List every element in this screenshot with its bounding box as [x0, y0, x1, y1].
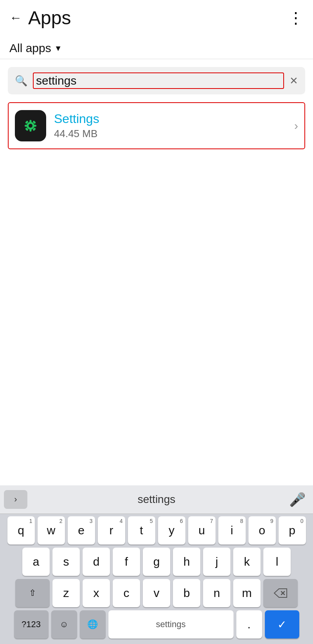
search-bar: 🔍 settings ✕ — [8, 67, 305, 94]
microphone-icon: 🎤 — [289, 492, 306, 507]
app-icon-settings — [15, 110, 46, 141]
key-t[interactable]: 5t — [128, 516, 155, 545]
key-h[interactable]: h — [173, 548, 200, 576]
filter-label: All apps — [9, 42, 51, 55]
app-name-settings: Settings — [54, 112, 286, 126]
keyboard-suggestion-bar: › settings 🎤 — [0, 485, 313, 514]
suggestion-expand-button[interactable]: › — [4, 490, 27, 509]
svg-point-1 — [29, 124, 32, 128]
key-o[interactable]: 9o — [248, 516, 276, 545]
app-list: Settings 44.45 MB › — [8, 102, 305, 149]
space-key[interactable]: settings — [108, 610, 234, 639]
app-info-settings: Settings 44.45 MB — [54, 112, 286, 140]
settings-gear-svg — [21, 116, 40, 136]
period-key[interactable]: . — [236, 610, 262, 639]
key-u[interactable]: 7u — [188, 516, 216, 545]
key-row-1: 1q 2w 3e 4r 5t 6y 7u 8i 9o 0p — [2, 516, 311, 545]
emoji-key[interactable]: ☺ — [51, 610, 77, 639]
key-j[interactable]: j — [203, 548, 230, 576]
keyboard: › settings 🎤 1q 2w 3e 4r 5t 6y 7u 8i 9o … — [0, 485, 313, 644]
key-f[interactable]: f — [113, 548, 140, 576]
key-z[interactable]: z — [52, 579, 80, 607]
key-y[interactable]: 6y — [158, 516, 185, 545]
language-key[interactable]: 🌐 — [80, 610, 106, 639]
app-chevron-icon: › — [294, 119, 298, 132]
key-m[interactable]: m — [233, 579, 261, 607]
suggestion-word[interactable]: settings — [31, 493, 282, 506]
key-a[interactable]: a — [22, 548, 50, 576]
search-input-text: settings — [36, 74, 76, 87]
key-b[interactable]: b — [173, 579, 200, 607]
backspace-key[interactable] — [263, 579, 298, 607]
svg-rect-4 — [25, 125, 28, 127]
key-s[interactable]: s — [52, 548, 80, 576]
key-w[interactable]: 2w — [38, 516, 65, 545]
key-e[interactable]: 3e — [68, 516, 95, 545]
top-bar: ← Apps — [0, 0, 313, 35]
filter-row[interactable]: All apps ▼ — [0, 35, 313, 59]
key-k[interactable]: k — [233, 548, 261, 576]
clear-search-button[interactable]: ✕ — [290, 75, 298, 87]
key-p[interactable]: 0p — [279, 516, 306, 545]
keyboard-rows: 1q 2w 3e 4r 5t 6y 7u 8i 9o 0p a s d f g … — [0, 514, 313, 640]
search-input-box[interactable]: settings — [33, 72, 284, 89]
key-d[interactable]: d — [83, 548, 110, 576]
page-title: Apps — [28, 7, 71, 29]
key-i[interactable]: 8i — [218, 516, 246, 545]
key-row-4: ?123 ☺ 🌐 settings . ✓ — [2, 610, 311, 639]
key-row-2: a s d f g h j k l — [2, 548, 311, 576]
search-icon: 🔍 — [15, 75, 27, 87]
svg-rect-2 — [30, 120, 32, 123]
symbols-key[interactable]: ?123 — [14, 610, 49, 639]
key-l[interactable]: l — [263, 548, 291, 576]
key-q[interactable]: 1q — [7, 516, 35, 545]
key-n[interactable]: n — [203, 579, 230, 607]
microphone-button[interactable]: 🎤 — [286, 490, 309, 509]
shift-key[interactable]: ⇧ — [15, 579, 50, 607]
enter-key[interactable]: ✓ — [265, 610, 299, 639]
key-v[interactable]: v — [143, 579, 170, 607]
key-r[interactable]: 4r — [98, 516, 125, 545]
key-g[interactable]: g — [143, 548, 170, 576]
app-item-settings[interactable]: Settings 44.45 MB › — [8, 102, 305, 149]
divider — [0, 59, 313, 59]
filter-arrow-icon: ▼ — [54, 44, 62, 53]
app-size-settings: 44.45 MB — [54, 128, 286, 140]
key-c[interactable]: c — [113, 579, 140, 607]
more-options-button[interactable] — [288, 9, 304, 27]
key-x[interactable]: x — [83, 579, 110, 607]
key-row-3: ⇧ z x c v b n m — [2, 579, 311, 607]
svg-rect-3 — [30, 128, 32, 132]
svg-rect-5 — [33, 125, 36, 127]
back-button[interactable]: ← — [9, 11, 22, 25]
